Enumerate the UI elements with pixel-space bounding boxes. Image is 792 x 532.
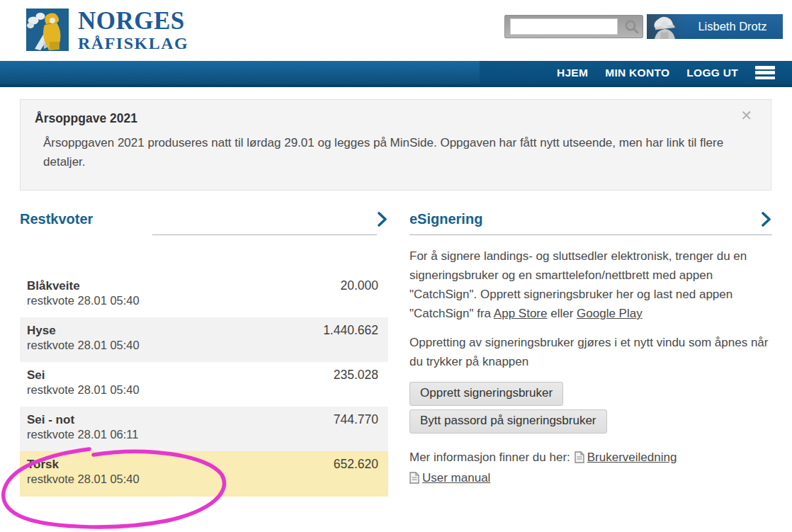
fisherman-avatar-icon: [647, 14, 685, 39]
quota-species: Sei - not: [27, 413, 74, 427]
restkvoter-header: Restkvoter: [20, 209, 388, 237]
quota-timestamp: restkvote 28.01 05:40: [27, 294, 378, 307]
esignering-intro: For å signere landings- og sluttsedler e…: [409, 247, 772, 323]
chevron-right-icon[interactable]: [378, 212, 387, 227]
search-box: [504, 15, 643, 38]
more-info-prefix: Mer informasjon finner du her:: [409, 451, 570, 464]
quota-value: 652.620: [334, 457, 378, 472]
nav-items: HJEM MIN KONTO LOGG UT: [557, 61, 775, 84]
quota-timestamp: restkvote 28.01 06:11: [27, 428, 378, 441]
navbar-bottom-edge: [0, 84, 792, 87]
logo-text: NORGES RÅFISKLAG: [78, 9, 188, 52]
norges-rafisklag-logo[interactable]: NORGES RÅFISKLAG: [26, 9, 188, 52]
nav-item-min-konto[interactable]: MIN KONTO: [605, 67, 669, 79]
quota-row-hyse[interactable]: Hyse 1.440.662 restkvote 28.01 05:40: [20, 317, 388, 362]
quota-timestamp: restkvote 28.01 05:40: [27, 339, 378, 352]
document-icon: [575, 451, 584, 463]
user-badge[interactable]: Lisbeth Drotz: [647, 14, 783, 39]
quota-value: 20.000: [340, 278, 378, 293]
quota-value: 235.028: [334, 368, 378, 383]
logo-line2: RÅFISKLAG: [78, 35, 188, 52]
main-navbar: HJEM MIN KONTO LOGG UT: [0, 61, 792, 87]
logo-line1: NORGES: [78, 9, 188, 33]
nav-item-hjem[interactable]: HJEM: [557, 67, 588, 79]
esignering-section: eSignering For å signere landings- og sl…: [409, 209, 772, 488]
notice-title: Årsoppgave 2021: [35, 111, 137, 126]
header-divider: [409, 234, 772, 235]
quota-row-sei-not[interactable]: Sei - not 744.770 restkvote 28.01 06:11: [20, 407, 388, 451]
nav-item-logg-ut[interactable]: LOGG UT: [686, 67, 738, 79]
fisherman-logo-icon: [26, 9, 69, 51]
restkvoter-section: Restkvoter: [20, 209, 388, 237]
quota-row-torsk[interactable]: Torsk 652.620 restkvote 28.01 05:40: [20, 451, 388, 497]
quota-species: Torsk: [27, 458, 59, 472]
user-name: Lisbeth Drotz: [689, 14, 776, 39]
quota-timestamp: restkvote 28.01 05:40: [27, 472, 378, 486]
header-divider: [152, 234, 377, 235]
quota-species: Sei: [27, 368, 45, 383]
notice-box: Årsoppgave 2021 Årsoppgaven 2021 produse…: [20, 99, 771, 191]
esignering-title[interactable]: eSignering: [409, 211, 482, 227]
intro-text-between: eller: [547, 307, 577, 320]
quota-row-sei[interactable]: Sei 235.028 restkvote 28.01 05:40: [20, 362, 388, 407]
quota-species: Blåkveite: [27, 279, 80, 293]
bytt-passord-button[interactable]: Bytt passord på signeringsbruker: [409, 409, 607, 434]
hamburger-menu-icon[interactable]: [755, 66, 775, 79]
close-icon[interactable]: ✕: [740, 107, 752, 124]
header: NORGES RÅFISKLAG: [0, 0, 792, 61]
quota-value: 1.440.662: [323, 323, 378, 338]
chevron-right-icon[interactable]: [762, 212, 771, 227]
document-icon: [409, 472, 419, 484]
opprett-signeringsbruker-button[interactable]: Opprett signeringsbruker: [409, 382, 563, 406]
esignering-header: eSignering: [409, 209, 772, 237]
notice-body: Årsoppgaven 2021 produseres natt til lør…: [43, 133, 752, 171]
esignering-window-note: Oppretting av signeringsbruker gjøres i …: [409, 333, 772, 371]
google-play-link[interactable]: Google Play: [577, 307, 643, 320]
minside-page: NORGES RÅFISKLAG: [0, 0, 792, 532]
quota-species: Hyse: [27, 324, 56, 338]
quota-value: 744.770: [334, 412, 378, 427]
search-input[interactable]: [510, 18, 618, 35]
more-info: Mer informasjon finner du her: Brukervei…: [409, 447, 772, 488]
quota-timestamp: restkvote 28.01 05:40: [27, 383, 378, 397]
app-store-link[interactable]: App Store: [494, 307, 548, 320]
user-manual-link[interactable]: User manual: [422, 471, 490, 485]
brukerveiledning-link[interactable]: Brukerveiledning: [587, 451, 677, 464]
restkvoter-title[interactable]: Restkvoter: [20, 211, 93, 227]
quota-row-blakveite[interactable]: Blåkveite 20.000 restkvote 28.01 05:40: [20, 273, 388, 317]
restkvoter-list: Blåkveite 20.000 restkvote 28.01 05:40 H…: [20, 273, 388, 497]
search-icon[interactable]: [624, 19, 640, 35]
